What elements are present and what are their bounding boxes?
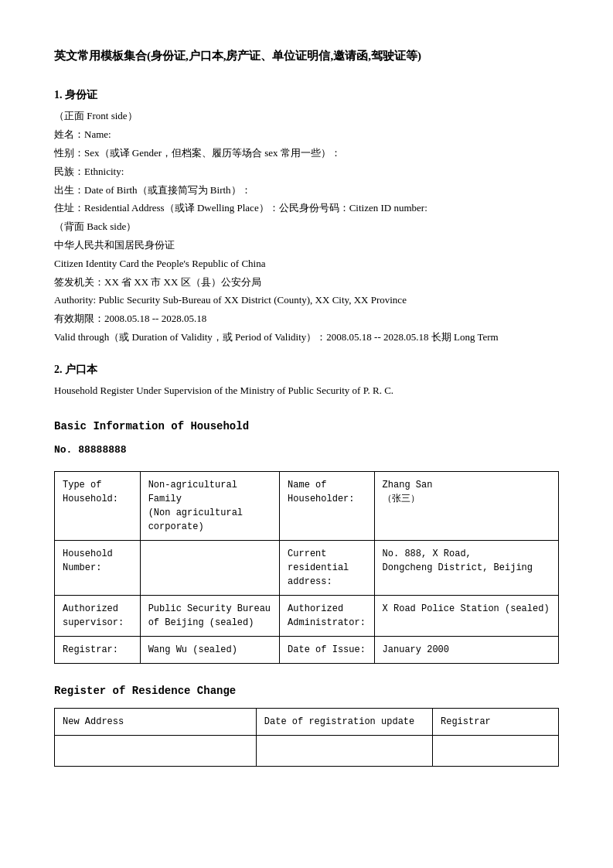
register-data-row: [55, 735, 559, 766]
table-row: Authorizedsupervisor: Public Security Bu…: [55, 596, 559, 637]
date-issue-value: January 2000: [374, 637, 558, 664]
date-issue-label: Date of Issue:: [280, 637, 375, 664]
col2-header: Date of registration update: [256, 708, 432, 735]
authority-cn: 签发机关：XX 省 XX 市 XX 区（县）公安分局: [54, 275, 559, 291]
no-line: No. 88888888: [54, 443, 559, 459]
hh-number-value: [140, 541, 279, 596]
table-row: Type ofHousehold: Non-agriculturalFamily…: [55, 472, 559, 541]
col3-header: Registrar: [432, 708, 558, 735]
section-household: 2. 户口本 Household Register Under Supervis…: [54, 361, 559, 767]
authorized-admin-value: X Road Police Station (sealed): [374, 596, 558, 637]
col1-header: New Address: [55, 708, 257, 735]
col2-data: [256, 735, 432, 766]
basic-info-title: Basic Information of Household: [54, 418, 559, 435]
address-label: Currentresidentialaddress:: [280, 541, 375, 596]
authorized-supervisor-label: Authorizedsupervisor:: [55, 596, 141, 637]
front-label: （正面 Front side）: [54, 108, 559, 125]
back-label: （背面 Back side）: [54, 219, 559, 235]
section-id-card: 1. 身份证 （正面 Front side） 姓名：Name: 性别：Sex（或…: [54, 87, 559, 346]
register-header-row: New Address Date of registration update …: [55, 708, 559, 735]
col3-data: [432, 735, 558, 766]
householder-value: Zhang San（张三）: [374, 472, 558, 541]
no-label: No.: [54, 444, 72, 456]
citizen-card-english: Citizen Identity Card the People's Repub…: [54, 256, 559, 272]
validity-cn: 有效期限：2008.05.18 -- 2028.05.18: [54, 311, 559, 327]
table-row: Registrar: Wang Wu (sealed) Date of Issu…: [55, 637, 559, 664]
address-line: 住址：Residential Address（或译 Dwelling Place…: [54, 200, 559, 217]
type-value: Non-agriculturalFamily(Non agriculturalc…: [140, 472, 279, 541]
no-value: 88888888: [78, 444, 126, 456]
col1-data: [55, 735, 257, 766]
register-table: New Address Date of registration update …: [54, 708, 559, 767]
birth-line: 出生：Date of Birth（或直接简写为 Birth）：: [54, 183, 559, 199]
household-table: Type ofHousehold: Non-agriculturalFamily…: [54, 471, 559, 664]
hh-number-label: HouseholdNumber:: [55, 541, 141, 596]
address-value: No. 888, X Road,Dongcheng District, Beij…: [374, 541, 558, 596]
registrar-value: Wang Wu (sealed): [140, 637, 279, 664]
authority-en: Authority: Public Security Sub-Bureau of…: [54, 292, 559, 309]
table-row: HouseholdNumber: Currentresidentialaddre…: [55, 541, 559, 596]
householder-label: Name ofHouseholder:: [280, 472, 375, 541]
registrar-label: Registrar:: [55, 637, 141, 664]
name-line: 姓名：Name:: [54, 127, 559, 143]
section1-title: 1. 身份证: [54, 87, 559, 104]
chinese-name: 中华人民共和国居民身份证: [54, 238, 559, 254]
validity-en: Valid through（或 Duration of Validity，或 P…: [54, 330, 559, 346]
sex-line: 性别：Sex（或译 Gender，但档案、履历等场合 sex 常用一些）：: [54, 145, 559, 162]
section2-subtitle: Household Register Under Supervision of …: [54, 383, 559, 399]
authorized-supervisor-value: Public Security Bureauof Beijing (sealed…: [140, 596, 279, 637]
authorized-admin-label: AuthorizedAdministrator:: [280, 596, 375, 637]
type-label: Type ofHousehold:: [55, 472, 141, 541]
register-title: Register of Residence Change: [54, 682, 559, 699]
section2-title: 2. 户口本: [54, 361, 559, 378]
main-title: 英文常用模板集合(身份证,户口本,房产证、单位证明信,邀请函,驾驶证等): [54, 46, 559, 65]
ethnicity-line: 民族：Ethnicity:: [54, 164, 559, 180]
